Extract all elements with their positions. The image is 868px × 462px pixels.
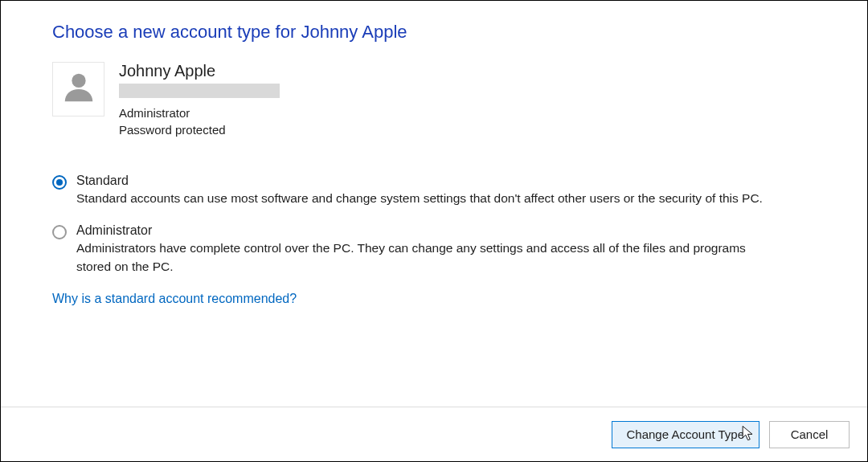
option-standard-desc: Standard accounts can use most software … bbox=[76, 190, 784, 207]
option-admin[interactable]: Administrator Administrators have comple… bbox=[52, 223, 816, 276]
radio-admin[interactable] bbox=[52, 225, 67, 239]
cancel-button[interactable]: Cancel bbox=[769, 421, 850, 448]
account-type-dialog: Choose a new account type for Johnny App… bbox=[0, 0, 868, 462]
user-block: Johnny Apple Administrator Password prot… bbox=[52, 62, 816, 138]
option-standard[interactable]: Standard Standard accounts can use most … bbox=[52, 174, 816, 207]
options-group: Standard Standard accounts can use most … bbox=[52, 174, 816, 276]
user-protection: Password protected bbox=[119, 121, 280, 138]
option-admin-desc: Administrators have complete control ove… bbox=[76, 239, 784, 276]
help-link[interactable]: Why is a standard account recommended? bbox=[52, 292, 297, 306]
change-account-type-label: Change Account Type bbox=[627, 427, 745, 441]
user-icon bbox=[60, 69, 97, 109]
cancel-label: Cancel bbox=[791, 427, 829, 441]
radio-standard[interactable] bbox=[52, 175, 67, 190]
option-admin-body: Administrator Administrators have comple… bbox=[76, 223, 816, 276]
avatar bbox=[52, 62, 104, 117]
content-area: Choose a new account type for Johnny App… bbox=[1, 1, 867, 306]
redacted-field bbox=[119, 84, 280, 98]
option-standard-body: Standard Standard accounts can use most … bbox=[76, 174, 816, 207]
footer: Change Account Type Cancel bbox=[1, 407, 867, 461]
user-info: Johnny Apple Administrator Password prot… bbox=[119, 62, 280, 138]
change-account-type-button[interactable]: Change Account Type bbox=[612, 421, 760, 448]
option-admin-label: Administrator bbox=[76, 223, 816, 238]
user-name: Johnny Apple bbox=[119, 62, 280, 80]
svg-point-0 bbox=[72, 74, 85, 88]
user-role: Administrator bbox=[119, 104, 280, 121]
option-standard-label: Standard bbox=[76, 174, 816, 188]
page-title: Choose a new account type for Johnny App… bbox=[52, 22, 816, 43]
